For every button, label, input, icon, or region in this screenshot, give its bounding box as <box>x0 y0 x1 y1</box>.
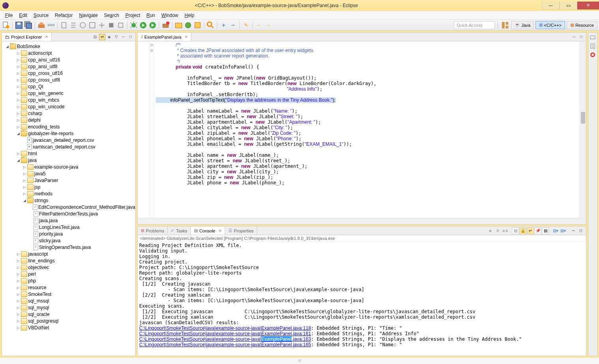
tree-item[interactable]: ▷cpp_cross_utf8 <box>2 76 135 83</box>
open-console-button[interactable]: ▤▾ <box>560 227 567 234</box>
java-perspective-button[interactable]: ☕Java <box>511 21 534 29</box>
display-selected-button[interactable]: ▤▾ <box>552 227 559 234</box>
search-button[interactable] <box>206 21 215 30</box>
tree-item[interactable]: ▷JavaParser <box>2 177 135 184</box>
close-button[interactable] <box>577 2 599 9</box>
terminate-button[interactable]: ■ <box>487 227 494 234</box>
ext-tools-button[interactable] <box>161 21 170 30</box>
pin-console-button[interactable]: 📌 <box>534 227 541 234</box>
console-link[interactable]: C:\Lingoport\SmokeTestSource\java\exampl… <box>139 325 311 331</box>
menu-navigate[interactable]: Navigate <box>76 12 101 19</box>
word-wrap-button[interactable]: ↵ <box>527 227 534 234</box>
clear-console-button[interactable]: ▤ <box>512 227 519 234</box>
tree-item[interactable]: ▷resource <box>2 284 135 291</box>
console-tab[interactable]: ▤ Console ✕ <box>191 227 225 235</box>
tree-item[interactable]: java.java <box>2 217 135 224</box>
minimize-button[interactable] <box>542 2 560 9</box>
menu-edit[interactable]: Edit <box>16 12 30 19</box>
outline-icon[interactable] <box>590 43 596 49</box>
tree-item[interactable]: StringOperandTests.java <box>2 244 135 251</box>
tree-item[interactable]: ▷objectivec <box>2 264 135 271</box>
tree-item[interactable]: ▷example-source-java <box>2 163 135 170</box>
tree-item[interactable]: sticky.java <box>2 237 135 244</box>
new-class-button[interactable] <box>184 21 192 30</box>
console-output[interactable]: Reading Project Definition XML file. Val… <box>138 242 586 356</box>
view-menu-button[interactable]: ▽ <box>113 34 119 40</box>
collapse-all-button[interactable]: ⊟ <box>92 34 98 40</box>
quick-access-input[interactable]: Quick Access <box>454 21 495 29</box>
tree-item[interactable]: ▷sql_mssql <box>2 297 135 304</box>
maximize-button[interactable] <box>560 2 577 9</box>
menu-window[interactable]: Window <box>158 12 181 19</box>
tree-item[interactable]: ▷cpp_win_unicode <box>2 103 135 110</box>
tool-7[interactable] <box>116 21 125 30</box>
menu-help[interactable]: Help <box>181 12 198 19</box>
ccpp-perspective-button[interactable]: ⊞<C/C++> <box>536 21 565 29</box>
show-console-button[interactable]: ▤ <box>542 227 549 234</box>
tree-item[interactable]: ▷methods <box>2 190 135 197</box>
line-gutter[interactable] <box>138 41 149 218</box>
menu-source[interactable]: Source <box>30 12 52 19</box>
last-edit-button[interactable]: ✎ <box>242 21 250 30</box>
menu-run[interactable]: Run <box>143 12 158 19</box>
properties-tab[interactable]: ☰ Properties <box>225 227 257 235</box>
tree-item[interactable]: FilterPatternOrderTests.java <box>2 210 135 217</box>
tree-item[interactable]: javascan_detailed_report.csv <box>2 137 135 143</box>
forward-button[interactable]: → <box>264 21 273 30</box>
link-editor-button[interactable]: ⇄ <box>99 34 105 40</box>
debug-button[interactable] <box>129 21 138 30</box>
tree-item[interactable]: ▷line_endings <box>2 257 135 264</box>
tool-3[interactable] <box>78 21 87 30</box>
console-link[interactable]: C:\Lingoport\SmokeTestSource\java\exampl… <box>139 342 311 347</box>
tree-item[interactable]: ▷encoding_tests <box>2 123 135 130</box>
tree-item[interactable]: ▷sql_postgresql <box>2 318 135 324</box>
tree-item[interactable]: ▷jsp <box>2 184 135 190</box>
run-button[interactable] <box>139 21 147 30</box>
annotation-next-button[interactable] <box>229 21 237 30</box>
editor-vscrollbar[interactable] <box>580 41 586 218</box>
tree-item[interactable]: ▷cpp_win_mbcs <box>2 97 135 103</box>
maximize-editor-button[interactable]: □ <box>578 34 584 40</box>
fold-gutter[interactable]: ⊖ ⊖ <box>149 41 154 218</box>
menu-file[interactable]: File <box>2 12 16 19</box>
tree-item[interactable]: ▷javascript <box>2 251 135 257</box>
close-icon[interactable]: ✕ <box>45 35 48 39</box>
remove-launch-button[interactable]: ✕ <box>494 227 501 234</box>
make-target-icon[interactable] <box>590 52 596 58</box>
tree-item[interactable]: ◢java <box>2 157 135 163</box>
run-last-button[interactable] <box>148 21 157 30</box>
tree-item[interactable]: priority.java <box>2 230 135 237</box>
focus-button[interactable]: ◈ <box>106 34 112 40</box>
tree-item[interactable]: ▷actionscript <box>2 50 135 56</box>
new-button[interactable] <box>2 21 10 30</box>
editor-tab[interactable]: J ExamplePanel.java ✕ <box>138 33 191 41</box>
close-icon[interactable]: ✕ <box>218 228 222 233</box>
build-button[interactable] <box>37 21 46 30</box>
tree-item[interactable]: ▷html <box>2 150 135 157</box>
minimize-console-button[interactable]: ─ <box>570 227 577 234</box>
console-link[interactable]: C:\Lingoport\SmokeTestSource\java\exampl… <box>139 331 311 336</box>
tasks-tab[interactable]: ✓ Tasks <box>168 227 190 235</box>
editor-hscrollbar[interactable] <box>138 218 586 224</box>
new-package-button[interactable] <box>174 21 183 30</box>
tree-item[interactable]: ▷java5 <box>2 170 135 177</box>
binary-button[interactable]: 1010 <box>47 21 55 30</box>
close-icon[interactable]: ✕ <box>185 35 188 39</box>
tree-item[interactable]: ▷sql_mysql <box>2 304 135 311</box>
maximize-console-button[interactable]: □ <box>577 227 584 234</box>
minimize-editor-button[interactable]: ─ <box>571 34 577 40</box>
console-link[interactable]: C:\Lingoport\SmokeTestSource\java\exampl… <box>139 336 311 342</box>
resource-perspective-button[interactable]: ▦Resource <box>567 21 597 29</box>
tree-item[interactable]: EditCorrespondenceControl_MethodFilter.j… <box>2 204 135 210</box>
minimize-pane-button[interactable]: ─ <box>120 34 127 40</box>
scroll-lock-button[interactable]: 🔒 <box>519 227 526 234</box>
tool-5[interactable] <box>97 21 106 30</box>
back-button[interactable]: ← <box>255 21 263 30</box>
tree-item[interactable]: ▷VBDotNet <box>2 324 135 331</box>
tool-1[interactable] <box>60 21 68 30</box>
project-explorer-tab[interactable]: 🗀 Project Explorer ✕ <box>2 33 52 41</box>
tree-item[interactable]: LongLinesTest.java <box>2 224 135 230</box>
tree-item[interactable]: ▷cpp_ansi_utf8 <box>2 63 135 70</box>
tree-item[interactable]: ▷cpp_ansi_utf16 <box>2 56 135 63</box>
open-perspective-button[interactable] <box>501 21 509 30</box>
